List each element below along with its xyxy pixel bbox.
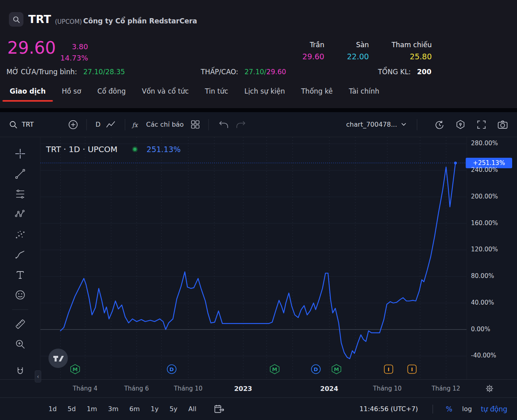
session-stats: MỞ CỬA/Trung bình: 27.10/28.35 THẤP/CAO:… [0,68,517,77]
chart-symbol-button[interactable]: TRT [9,120,34,129]
svg-text:M: M [334,366,339,372]
event-marker-D[interactable]: D [166,364,177,374]
chart-main: TRT · 1D · UPCOM 251.13% MDMDMII ‹ +251.… [0,137,517,379]
time-axis[interactable]: Tháng 4Tháng 6Tháng 1020232024Tháng 10Th… [0,379,517,397]
tradingview-logo[interactable] [48,349,68,368]
log-scale-button[interactable]: log [462,405,472,413]
price-change: 3.80 14.73% [57,41,88,64]
tab-7[interactable]: Thống kê [301,87,332,102]
chart-style-button[interactable] [105,119,116,130]
layout-name: chart_700478... [346,121,397,128]
range-button-1y[interactable]: 1y [151,405,159,413]
bar-replay-button[interactable] [434,119,445,130]
search-icon [9,120,18,129]
change-value: 3.80 [57,41,88,52]
symbol-search-button[interactable] [9,12,23,27]
axis-settings-icon[interactable] [485,384,494,393]
ticker-symbol: TRT [28,13,51,25]
range-button-1m[interactable]: 1m [87,405,97,413]
open-avg-label: MỞ CỬA/Trung bình: [6,68,77,76]
emoji-icon[interactable] [11,288,29,303]
price-scale-label: 160.00% [471,219,498,227]
chevron-down-icon [401,123,406,126]
range-button-1d[interactable]: 1d [48,405,57,413]
reference-label: Tham chiếu [391,41,432,49]
chart-symbol-label: TRT [22,121,34,128]
price-scale-label: 40.00% [471,299,494,306]
tab-3[interactable]: Cổ đông [97,87,126,102]
settings-hexagon-icon [455,119,466,130]
low-value: 27.10/ [244,68,266,76]
time-axis-label: Tháng 12 [432,385,460,392]
time-axis-label: 2023 [234,385,252,393]
interval-button[interactable]: D [96,121,101,128]
exchange-label: (UPCOM) [55,18,82,25]
ruler-icon[interactable] [11,317,29,332]
tab-6[interactable]: Lịch sự kiện [244,87,285,102]
toolbar-separator [125,119,125,130]
brush-icon[interactable] [11,247,29,262]
price-scale-label: 80.00% [471,272,494,280]
tab-8[interactable]: Tài chính [349,87,379,102]
event-marker-M[interactable]: M [269,364,280,374]
indicators-label: Các chỉ báo [146,121,184,128]
crosshair-icon[interactable] [11,146,29,161]
fib-lines-icon[interactable] [11,186,29,201]
event-marker-M[interactable]: M [331,364,342,374]
indicators-button[interactable]: ƒx Các chỉ báo [132,120,184,130]
range-button-5d[interactable]: 5d [67,405,76,413]
tools-separator [12,309,28,310]
chart-settings-button[interactable] [455,119,466,130]
company-name: Công ty Cổ phần RedstarCera [83,17,197,25]
chart-toolbar: TRT D ƒx Các chỉ báo [0,112,517,137]
undo-button[interactable] [219,120,229,130]
plus-circle-icon [68,119,78,130]
range-button-6m[interactable]: 6m [129,405,140,413]
tab-2[interactable]: Hồ sơ [62,87,81,102]
low-high-label: THẤP/CAO: [201,68,238,76]
range-button-all[interactable]: All [188,405,196,413]
auto-scale-button[interactable]: tự động [481,405,507,413]
trend-line-icon[interactable] [11,166,29,181]
layout-name-button[interactable]: chart_700478... [346,121,406,128]
event-marker-I[interactable]: I [383,364,394,374]
camera-icon [497,119,508,130]
zoom-in-icon[interactable] [11,337,29,352]
price-scale[interactable]: +251.13% 280.00%240.00%200.00%160.00%120… [467,137,517,379]
chart-canvas[interactable]: TRT · 1D · UPCOM 251.13% MDMDMII [40,137,467,379]
time-axis-label: Tháng 10 [373,385,402,392]
tab-4[interactable]: Vốn và cổ tức [142,87,189,102]
session-clock[interactable]: 11:46:56 (UTC+7) [359,405,418,413]
time-axis-label: 2024 [320,385,338,393]
bottom-toolbar: 1d5d1m3m6m1y5yAll 11:46:56 (UTC+7) % log… [0,397,517,420]
range-button-3m[interactable]: 3m [108,405,118,413]
range-button-5y[interactable]: 5y [170,405,178,413]
event-marker-I[interactable]: I [407,364,417,374]
magnet-icon[interactable] [11,364,29,379]
fullscreen-button[interactable] [476,119,487,130]
svg-text:I: I [411,366,413,372]
percent-scale-button[interactable]: % [446,405,452,413]
price-scale-label: 0.00% [471,326,490,333]
quote-header: TRT (UPCOM) Công ty Cổ phần RedstarCera … [0,0,517,108]
svg-text:D: D [170,366,174,372]
camera-snapshot-button[interactable] [497,119,508,130]
svg-text:ƒx: ƒx [132,121,138,128]
text-tool-icon[interactable] [11,267,29,282]
tab-5[interactable]: Tin tức [205,87,228,102]
event-marker-M[interactable]: M [70,364,80,374]
redo-button[interactable] [235,120,246,130]
layout-grid-button[interactable] [190,119,200,130]
svg-text:D: D [314,366,318,372]
compare-add-button[interactable] [68,119,78,130]
price-scale-label: 120.00% [471,246,498,253]
goto-date-icon[interactable] [214,404,225,414]
pattern-icon[interactable] [11,207,29,221]
time-axis-label: Tháng 6 [124,385,149,392]
event-marker-D[interactable]: D [311,364,321,374]
chart-style-icon [105,119,116,130]
last-price: 29.60 [7,38,56,58]
tab-1[interactable]: Giao dịch [10,87,46,102]
forecast-dots-icon[interactable] [11,227,29,242]
time-axis-label: Tháng 4 [73,385,97,392]
